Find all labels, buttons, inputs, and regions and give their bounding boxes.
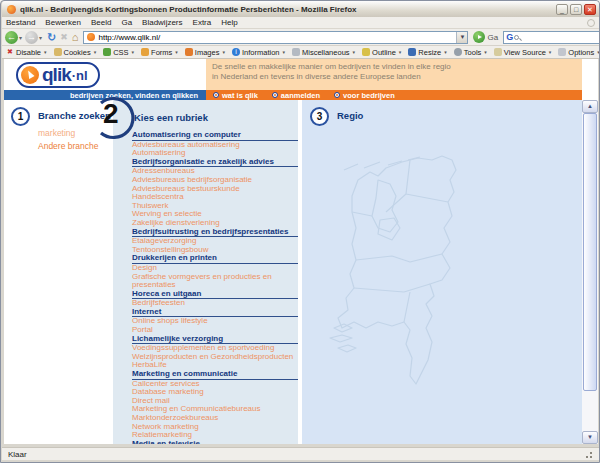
information-icon: i: [232, 48, 240, 56]
url-dropdown-icon[interactable]: ▼: [456, 32, 467, 43]
netherlands-map[interactable]: [314, 132, 494, 444]
orangebar-link-wat-is-qlik[interactable]: wat is qlik: [213, 91, 258, 100]
bullet-circle-icon: [272, 92, 278, 98]
search-input[interactable]: [522, 33, 600, 42]
rubriek-link[interactable]: Grafische vormgevers en producties en pr…: [132, 273, 302, 290]
page-scrollbar[interactable]: ▲ ▼: [582, 100, 598, 444]
menu-help[interactable]: Help: [221, 18, 237, 27]
window-title: qlik.nl - Bedrijvengids Kortingsbonnen P…: [20, 5, 556, 14]
outline-icon: [362, 48, 370, 56]
menu-beeld[interactable]: Beeld: [91, 18, 111, 27]
devtoolbar-disable[interactable]: ✖Disable: [6, 48, 47, 57]
menu-extra[interactable]: Extra: [193, 18, 212, 27]
disable-icon: ✖: [6, 48, 14, 56]
forward-button[interactable]: →: [25, 31, 38, 44]
devtoolbar-tools[interactable]: Tools: [454, 48, 487, 57]
minimize-button[interactable]: _: [556, 4, 568, 15]
resize-grip[interactable]: [584, 450, 593, 459]
logo-text: qlik: [42, 64, 71, 86]
devtoolbar-forms[interactable]: Forms: [141, 48, 178, 57]
devtoolbar-images[interactable]: Images: [185, 48, 225, 57]
back-dropdown-icon[interactable]: ▾: [19, 34, 22, 41]
step2-title: Kies een rubriek: [134, 112, 208, 123]
images-icon: [185, 48, 193, 56]
resize-icon: [408, 48, 416, 56]
step3-title: Regio: [337, 110, 363, 121]
url-bar: ▼: [83, 31, 468, 44]
miscellaneous-icon: [292, 48, 300, 56]
navigation-toolbar: ← ▾ → ▾ ↻ ✖ ⌂ ▼ Ga G: [2, 29, 599, 46]
scrollbar-thumb[interactable]: [583, 113, 597, 391]
forward-dropdown-icon[interactable]: ▾: [39, 34, 42, 41]
google-icon: G: [506, 32, 513, 42]
cookies-icon: [54, 48, 62, 56]
step1-number: 1: [11, 107, 30, 126]
rubriek-link[interactable]: Welzijnsproducten en Gezondheidsproducte…: [132, 353, 302, 370]
back-button[interactable]: ←: [5, 31, 18, 44]
go-label[interactable]: Ga: [487, 33, 498, 42]
firefox-icon: [7, 5, 16, 14]
devtoolbar-resize[interactable]: Resize: [408, 48, 446, 57]
branche-column: 1 Branche zoeken marketing Andere branch…: [4, 100, 113, 444]
rubriek-list: Automatisering en computerAdviesbureaus …: [132, 131, 302, 444]
step2-number: 2: [103, 99, 119, 129]
pointer-icon: [25, 69, 34, 79]
go-button[interactable]: [473, 31, 485, 43]
devtoolbar-view-source[interactable]: View Source: [494, 48, 551, 57]
tools-icon: [454, 48, 462, 56]
forms-icon: [141, 48, 149, 56]
bullet-circle-icon: [213, 92, 219, 98]
orangebar-link-voor-bedrijven[interactable]: voor bedrijven: [334, 91, 395, 100]
home-button[interactable]: ⌂: [72, 31, 79, 44]
devtoolbar-options[interactable]: Options: [558, 48, 599, 57]
titlebar[interactable]: qlik.nl - Bedrijvengids Kortingsbonnen P…: [2, 1, 599, 17]
scroll-down-button[interactable]: ▼: [582, 431, 598, 444]
menu-ga[interactable]: Ga: [121, 18, 132, 27]
branche-link-marketing[interactable]: marketing: [38, 128, 75, 138]
qlik-logo[interactable]: qlik ·nl: [16, 62, 100, 88]
magnifier-icon: [514, 35, 519, 40]
menu-bewerken[interactable]: Bewerken: [45, 18, 81, 27]
rubriek-column: 2 Kies een rubriek Automatisering en com…: [113, 100, 298, 444]
devtoolbar-miscellaneous[interactable]: Miscellaneous: [292, 48, 355, 57]
rubriek-header-link[interactable]: Drukkerijen en printen: [132, 254, 302, 264]
stop-button[interactable]: ✖: [60, 31, 68, 44]
reload-button[interactable]: ↻: [47, 31, 56, 44]
tagline-block: De snelle en makkelijke manier om bedrij…: [206, 59, 582, 90]
orangebar-nav: wat is qlikaanmeldenvoor bedrijven: [206, 90, 582, 100]
step2-number-badge: 2: [91, 95, 137, 141]
regio-column: 3 Regio: [302, 100, 582, 444]
browser-window: qlik.nl - Bedrijvengids Kortingsbonnen P…: [0, 0, 600, 463]
search-box: G: [503, 31, 600, 44]
main-content: 1 Branche zoeken marketing Andere branch…: [4, 100, 598, 444]
close-button[interactable]: ✕: [584, 4, 596, 15]
rubriek-link[interactable]: Online shops lifestyle: [132, 317, 302, 326]
qlik-favicon: [87, 33, 95, 41]
page-content: qlik ·nl De snelle en makkelijke manier …: [4, 59, 598, 444]
url-input[interactable]: [98, 33, 456, 42]
devtoolbar-cookies[interactable]: Cookies: [54, 48, 97, 57]
statusbar: Klaar: [2, 447, 599, 460]
step3-number: 3: [310, 107, 329, 126]
menubar: BestandBewerkenBeeldGaBladwijzersExtraHe…: [2, 17, 599, 29]
tagline-text: De snelle en makkelijke manier om bedrij…: [212, 62, 452, 81]
options-icon: [558, 48, 566, 56]
webdeveloper-toolbar: ✖DisableCookiesCSSFormsImagesiInformatio…: [2, 46, 599, 59]
throbber-icon: [587, 19, 595, 27]
scroll-up-button[interactable]: ▲: [582, 100, 598, 113]
devtoolbar-outline[interactable]: Outline: [362, 48, 401, 57]
branche-link-andere[interactable]: Andere branche: [38, 141, 99, 151]
logo-suffix: ·nl: [72, 68, 88, 83]
menu-bestand[interactable]: Bestand: [6, 18, 35, 27]
maximize-button[interactable]: □: [570, 4, 582, 15]
menu-bladwijzers[interactable]: Bladwijzers: [142, 18, 182, 27]
bullet-circle-icon: [334, 92, 340, 98]
orangebar-link-aanmelden[interactable]: aanmelden: [272, 91, 320, 100]
logo-circle-icon: [21, 66, 39, 84]
devtoolbar-css[interactable]: CSS: [103, 48, 134, 57]
status-text: Klaar: [8, 450, 27, 459]
devtoolbar-information[interactable]: iInformation: [232, 48, 285, 57]
view-source-icon: [494, 48, 502, 56]
css-icon: [103, 48, 111, 56]
